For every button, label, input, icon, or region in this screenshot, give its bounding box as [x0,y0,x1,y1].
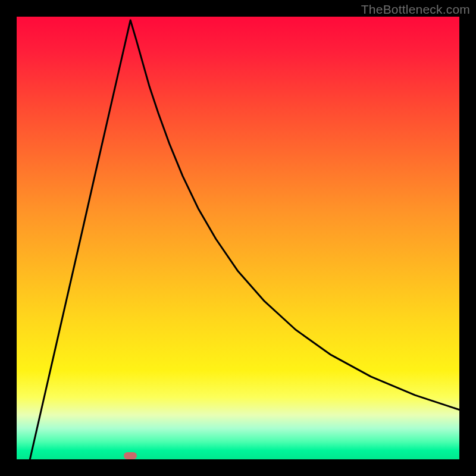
watermark-text: TheBottleneck.com [361,2,470,17]
bottleneck-curve [30,20,459,459]
plot-area [17,17,459,459]
curve-svg [17,17,459,459]
minimum-marker [124,452,137,459]
